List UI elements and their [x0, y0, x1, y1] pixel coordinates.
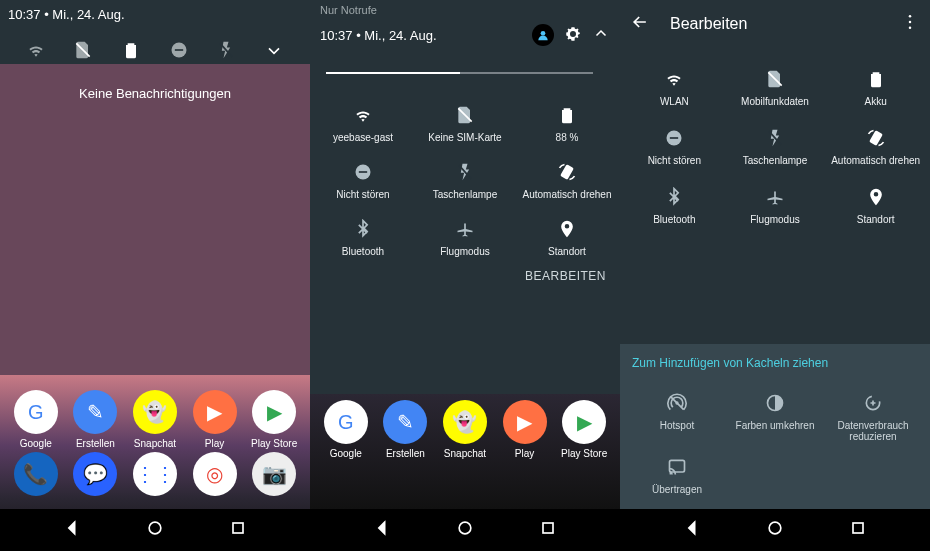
- rotate-icon: [520, 161, 614, 183]
- extras-grid: Hotspot Farben umkehren Datenverbrauch r…: [628, 382, 922, 499]
- tile-rotate[interactable]: Automatisch drehen: [825, 113, 926, 172]
- pane-quicksettings: Nur Notrufe 10:37 • Mi., 24. Aug. yeebas…: [310, 0, 620, 551]
- app-row: G Google ✎ Erstellen 👻 Snapchat ▶ Play ▶…: [310, 400, 620, 459]
- battery-icon[interactable]: [121, 40, 141, 60]
- plane-icon: [418, 218, 512, 240]
- navbar: [310, 509, 620, 551]
- app-[interactable]: 📞: [9, 452, 63, 500]
- wallpaper: G Google ✎ Erstellen 👻 Snapchat ▶ Play ▶…: [310, 394, 620, 509]
- flashlight-icon[interactable]: [216, 40, 236, 60]
- settings-button[interactable]: [564, 25, 582, 46]
- nav-home-icon[interactable]: [765, 518, 785, 542]
- app-snapchat[interactable]: 👻 Snapchat: [128, 390, 182, 449]
- app-icon: 📷: [252, 452, 296, 496]
- chevron-up-icon[interactable]: [592, 25, 610, 46]
- tile-dnd[interactable]: Nicht stören: [624, 113, 725, 172]
- tile-label: Nicht stören: [316, 189, 410, 200]
- nav-back-icon[interactable]: [683, 518, 703, 542]
- tile-battery[interactable]: 88 %: [518, 94, 616, 147]
- tile-sim[interactable]: Mobilfunkdaten: [725, 54, 826, 113]
- tile-label: Farben umkehren: [728, 420, 822, 431]
- app-label: Snapchat: [438, 448, 492, 459]
- tile-label: Übertragen: [630, 484, 724, 495]
- tile-wifi[interactable]: yeebase-gast: [314, 94, 412, 147]
- app-[interactable]: 📷: [247, 452, 301, 500]
- status-date: Mi., 24. Aug.: [364, 28, 436, 43]
- dnd-icon: [626, 127, 723, 149]
- tile-flash[interactable]: Taschenlampe: [725, 113, 826, 172]
- svg-rect-16: [543, 523, 553, 533]
- app-play store[interactable]: ▶ Play Store: [247, 390, 301, 449]
- tile-label: Mobilfunkdaten: [727, 96, 824, 107]
- app-icon: ▶: [503, 400, 547, 444]
- tile-label: Flugmodus: [418, 246, 512, 257]
- tile-label: Taschenlampe: [418, 189, 512, 200]
- tile-label: Hotspot: [630, 420, 724, 431]
- back-button[interactable]: [630, 12, 650, 36]
- app-icon: G: [324, 400, 368, 444]
- loc-icon: [520, 218, 614, 240]
- app-icon: ◎: [193, 452, 237, 496]
- more-button[interactable]: [900, 12, 920, 36]
- app-play store[interactable]: ▶ Play Store: [557, 400, 611, 459]
- tile-flash[interactable]: Taschenlampe: [416, 151, 514, 204]
- wifi-icon[interactable]: [26, 40, 46, 60]
- tile-rotate[interactable]: Automatisch drehen: [518, 151, 616, 204]
- user-button[interactable]: [532, 24, 554, 46]
- nav-back-icon[interactable]: [373, 518, 393, 542]
- edit-button[interactable]: BEARBEITEN: [310, 261, 620, 293]
- nav-home-icon[interactable]: [145, 518, 165, 542]
- nav-back-icon[interactable]: [63, 518, 83, 542]
- tile-label: Bluetooth: [316, 246, 410, 257]
- hotspot-icon: [630, 392, 724, 414]
- tile-wifi[interactable]: WLAN: [624, 54, 725, 113]
- brightness-slider[interactable]: [310, 48, 620, 90]
- tile-plane[interactable]: Flugmodus: [416, 208, 514, 261]
- nav-home-icon[interactable]: [455, 518, 475, 542]
- tile-plane[interactable]: Flugmodus: [725, 172, 826, 231]
- app-label: Play: [498, 448, 552, 459]
- tile-invert[interactable]: Farben umkehren: [726, 382, 824, 446]
- app-icon: ▶: [252, 390, 296, 434]
- tile-dnd[interactable]: Nicht stören: [314, 151, 412, 204]
- app-google[interactable]: G Google: [9, 390, 63, 449]
- tile-bt[interactable]: Bluetooth: [314, 208, 412, 261]
- svg-rect-18: [853, 523, 863, 533]
- tile-loc[interactable]: Standort: [825, 172, 926, 231]
- app-google[interactable]: G Google: [319, 400, 373, 459]
- app-label: Google: [319, 448, 373, 459]
- app-icon: 👻: [133, 390, 177, 434]
- chevron-down-icon[interactable]: [264, 40, 284, 60]
- sim-icon: [418, 104, 512, 126]
- nav-recent-icon[interactable]: [848, 518, 868, 542]
- tile-hotspot[interactable]: Hotspot: [628, 382, 726, 446]
- app-[interactable]: ⋮⋮: [128, 452, 182, 500]
- app-play[interactable]: ▶ Play: [188, 390, 242, 449]
- battery-icon: [520, 104, 614, 126]
- tile-label: Nicht stören: [626, 155, 723, 166]
- navbar: [620, 509, 930, 551]
- tile-cast[interactable]: Übertragen: [628, 446, 726, 499]
- tile-bt[interactable]: Bluetooth: [624, 172, 725, 231]
- svg-rect-14: [233, 523, 243, 533]
- app-[interactable]: ◎: [188, 452, 242, 500]
- quick-icons-row: [0, 28, 310, 64]
- app-erstellen[interactable]: ✎ Erstellen: [378, 400, 432, 459]
- qs-grid: yeebase-gast Keine SIM-Karte 88 % Nicht …: [310, 90, 620, 261]
- tile-battery[interactable]: Akku: [825, 54, 926, 113]
- flash-icon: [418, 161, 512, 183]
- tile-sim[interactable]: Keine SIM-Karte: [416, 94, 514, 147]
- sim-icon[interactable]: [73, 40, 93, 60]
- tile-loc[interactable]: Standort: [518, 208, 616, 261]
- tile-datasav[interactable]: Datenverbrauch reduzieren: [824, 382, 922, 446]
- loc-icon: [827, 186, 924, 208]
- app-play[interactable]: ▶ Play: [498, 400, 552, 459]
- dnd-icon[interactable]: [169, 40, 189, 60]
- nav-recent-icon[interactable]: [538, 518, 558, 542]
- app-snapchat[interactable]: 👻 Snapchat: [438, 400, 492, 459]
- navbar: [0, 509, 310, 551]
- nav-recent-icon[interactable]: [228, 518, 248, 542]
- app-erstellen[interactable]: ✎ Erstellen: [68, 390, 122, 449]
- bt-icon: [316, 218, 410, 240]
- app-[interactable]: 💬: [68, 452, 122, 500]
